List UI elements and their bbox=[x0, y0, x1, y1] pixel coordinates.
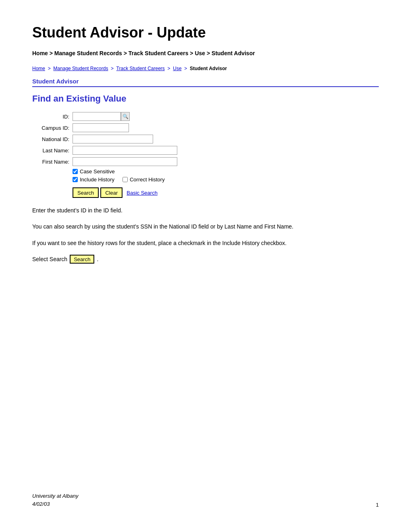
select-search-line: Select Search Search . bbox=[32, 255, 379, 264]
instruction-line3: If you want to see the history rows for … bbox=[32, 239, 379, 247]
footer-left: University at Albany 4/02/03 bbox=[32, 492, 78, 508]
search-form: ID: 🔍 Campus ID: National ID: Last Name:… bbox=[32, 112, 379, 198]
correct-history-label[interactable]: Correct History bbox=[122, 177, 165, 183]
campus-id-label: Campus ID: bbox=[32, 125, 73, 131]
breadcrumb-use[interactable]: Use bbox=[173, 66, 181, 71]
link-breadcrumb: Home > Manage Student Records > Track St… bbox=[32, 66, 379, 71]
last-name-label: Last Name: bbox=[32, 148, 73, 154]
first-name-label: First Name: bbox=[32, 159, 73, 165]
campus-id-input[interactable] bbox=[73, 123, 129, 132]
instruction-line2: You can also search by using the student… bbox=[32, 222, 379, 231]
correct-history-checkbox[interactable] bbox=[122, 177, 128, 182]
breadcrumb-manage[interactable]: Manage Student Records bbox=[53, 66, 108, 71]
select-search-text: Select Search bbox=[32, 256, 67, 262]
inline-search-button[interactable]: Search bbox=[70, 255, 94, 264]
first-name-row: First Name: bbox=[32, 157, 379, 166]
page-title: Student Advisor - Update bbox=[32, 24, 379, 41]
include-history-label[interactable]: Include History bbox=[73, 177, 114, 183]
footer: University at Albany 4/02/03 1 bbox=[32, 492, 379, 508]
first-name-input[interactable] bbox=[73, 157, 177, 166]
footer-institution: University at Albany bbox=[32, 492, 78, 500]
id-input[interactable] bbox=[73, 112, 121, 121]
id-input-wrapper: 🔍 bbox=[73, 112, 130, 121]
history-row: Include History Correct History bbox=[73, 177, 379, 183]
case-sensitive-row: Case Sensitive bbox=[73, 168, 379, 175]
section-title: Student Advisor bbox=[32, 78, 379, 85]
breadcrumb-current: Student Advisor bbox=[190, 66, 227, 71]
instruction-line1: Enter the student’s ID in the ID field. bbox=[32, 206, 379, 215]
breadcrumb-track[interactable]: Track Student Careers bbox=[116, 66, 165, 71]
national-id-label: National ID: bbox=[32, 136, 73, 142]
section-divider bbox=[32, 86, 379, 87]
basic-search-button[interactable]: Basic Search bbox=[124, 190, 160, 196]
find-title: Find an Existing Value bbox=[32, 94, 379, 104]
search-button[interactable]: Search bbox=[73, 187, 99, 198]
id-label: ID: bbox=[32, 114, 73, 120]
id-row: ID: 🔍 bbox=[32, 112, 379, 121]
campus-id-row: Campus ID: bbox=[32, 123, 379, 132]
include-history-checkbox[interactable] bbox=[73, 177, 78, 182]
period: . bbox=[97, 256, 98, 262]
national-id-input[interactable] bbox=[73, 135, 153, 143]
case-sensitive-label[interactable]: Case Sensitive bbox=[73, 168, 115, 175]
last-name-row: Last Name: bbox=[32, 146, 379, 155]
case-sensitive-checkbox[interactable] bbox=[73, 169, 78, 174]
id-lookup-button[interactable]: 🔍 bbox=[121, 112, 130, 121]
breadcrumb-home[interactable]: Home bbox=[32, 66, 45, 71]
last-name-input[interactable] bbox=[73, 146, 177, 155]
clear-button[interactable]: Clear bbox=[100, 187, 122, 198]
footer-date: 4/02/03 bbox=[32, 500, 78, 508]
national-id-row: National ID: bbox=[32, 135, 379, 143]
bold-breadcrumb: Home > Manage Student Records > Track St… bbox=[32, 49, 379, 58]
footer-page-number: 1 bbox=[376, 502, 379, 508]
button-row: Search Clear Basic Search bbox=[73, 187, 379, 198]
